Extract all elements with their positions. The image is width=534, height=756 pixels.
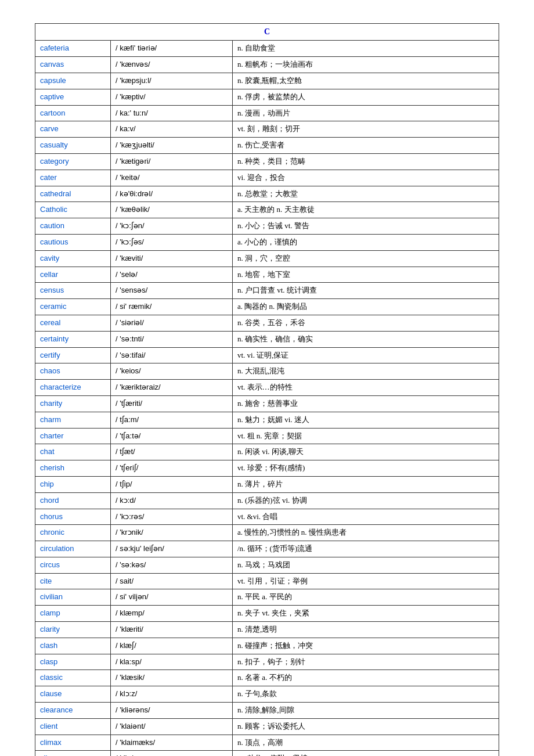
table-row: charm/ tʃa:m/n. 魅力；妩媚 vi. 迷人 (35, 412, 499, 428)
word-cell: captive (35, 89, 111, 105)
phonetic-cell: / 'selə/ (111, 267, 233, 283)
section-header: C (35, 24, 499, 41)
phonetic-cell: / 'kænvəs/ (111, 57, 233, 73)
table-row: clash/ klæʃ/n. 碰撞声；抵触，冲突 (35, 638, 499, 654)
word-cell: certify (35, 347, 111, 363)
word-cell: civilian (35, 589, 111, 606)
meaning-cell: n. 种类，类目；范畴 (233, 153, 499, 170)
table-row: charity/ 'tʃæriti/n. 施舍；慈善事业 (35, 395, 499, 412)
table-row: census/ 'sensəs/n. 户口普查 vt. 统计调查 (35, 283, 499, 299)
table-row: canvas/ 'kænvəs/n. 粗帆布；一块油画布 (35, 57, 499, 73)
meaning-cell: n. 清楚,透明 (233, 622, 499, 638)
page-container: C cafeteria/ kæfi' tiəriə/n. 自助食堂canvas/… (35, 23, 499, 756)
word-cell: client (35, 718, 111, 735)
phonetic-cell: / 'tʃa:tə/ (111, 428, 233, 444)
table-row: cafeteria/ kæfi' tiəriə/n. 自助食堂 (35, 41, 499, 57)
word-cell: cater (35, 170, 111, 186)
meaning-cell: n. 子句,条款 (233, 686, 499, 703)
phonetic-cell: / kliŋ/ (111, 751, 233, 756)
phonetic-cell: / 'sə:tifai/ (111, 347, 233, 363)
meaning-cell: n. 魅力；妩媚 vi. 迷人 (233, 412, 499, 428)
phonetic-cell: / tʃæt/ (111, 444, 233, 460)
word-cell: clasp (35, 654, 111, 670)
table-header-row: C (35, 24, 499, 41)
phonetic-cell: / 'klaiənt/ (111, 718, 233, 735)
word-cell: cite (35, 573, 111, 589)
word-cell: charity (35, 395, 111, 412)
meaning-cell: vt. 租 n. 宪章；契据 (233, 428, 499, 444)
meaning-cell: n. 平民 a. 平民的 (233, 589, 499, 606)
meaning-cell: a. 小心的，谨慎的 (233, 234, 499, 250)
word-cell: clarity (35, 622, 111, 638)
word-cell: caution (35, 218, 111, 235)
meaning-cell: n. 伤亡,受害者 (233, 138, 499, 154)
phonetic-cell: / tʃa:m/ (111, 412, 233, 428)
table-row: caution/ 'kɔ:ʃən/n. 小心；告诫 vt. 警告 (35, 218, 499, 235)
word-cell: cautious (35, 234, 111, 250)
meaning-cell: vt. 刻，雕刻；切开 (233, 121, 499, 138)
table-row: cite/ sait/vt. 引用，引证；举例 (35, 573, 499, 589)
word-cell: chat (35, 444, 111, 460)
table-row: ceramic/ si' ræmik/a. 陶器的 n. 陶瓷制品 (35, 299, 499, 315)
table-row: cautious/ 'kɔ:ʃəs/a. 小心的，谨慎的 (35, 234, 499, 250)
phonetic-cell: / 'kæriktəraiz/ (111, 380, 233, 396)
meaning-cell: n. 粗帆布；一块油画布 (233, 57, 499, 73)
table-row: cling/ kliŋ/vi. 粘住；依附；坚持 (35, 751, 499, 756)
meaning-cell: n. 马戏；马戏团 (233, 557, 499, 573)
phonetic-cell: / 'kæptiv/ (111, 89, 233, 105)
phonetic-cell: / 'kæθəlik/ (111, 202, 233, 218)
meaning-cell: n. 夹子 vt. 夹住，夹紧 (233, 606, 499, 622)
phonetic-cell: / 'kɔ:ʃəs/ (111, 234, 233, 250)
phonetic-cell: / 'tʃeriʃ/ (111, 460, 233, 477)
phonetic-cell: / klæʃ/ (111, 638, 233, 654)
table-row: Catholic/ 'kæθəlik/a. 天主教的 n. 天主教徒 (35, 202, 499, 218)
table-row: charter/ 'tʃa:tə/vt. 租 n. 宪章；契据 (35, 428, 499, 444)
phonetic-cell: / kæfi' tiəriə/ (111, 41, 233, 57)
word-cell: chronic (35, 525, 111, 541)
word-cell: cling (35, 751, 111, 756)
word-cell: cafeteria (35, 41, 111, 57)
phonetic-cell: / kə'θi:drəl/ (111, 186, 233, 202)
word-cell: cartoon (35, 105, 111, 121)
meaning-cell: a. 陶器的 n. 陶瓷制品 (233, 299, 499, 315)
meaning-cell: a. 慢性的,习惯性的 n. 慢性病患者 (233, 525, 499, 541)
table-row: carve/ ka:v/vt. 刻，雕刻；切开 (35, 121, 499, 138)
word-cell: census (35, 283, 111, 299)
meaning-cell: n. 胶囊,瓶帽,太空舱 (233, 73, 499, 89)
table-row: casualty/ 'kæʒjuəlti/n. 伤亡,受害者 (35, 138, 499, 154)
phonetic-cell: / 'kæpsju:l/ (111, 73, 233, 89)
meaning-cell: n. 总教堂；大教堂 (233, 186, 499, 202)
word-cell: chorus (35, 509, 111, 525)
meaning-cell: n. 确实性，确信，确实 (233, 331, 499, 347)
word-cell: cavity (35, 250, 111, 267)
table-row: client/ 'klaiənt/n. 顾客；诉讼委托人 (35, 718, 499, 735)
word-cell: characterize (35, 380, 111, 396)
table-row: climax/ 'klaimæks/n. 顶点，高潮 (35, 735, 499, 751)
word-cell: chord (35, 492, 111, 509)
table-row: cartoon/ ka:' tu:n/n. 漫画，动画片 (35, 105, 499, 121)
meaning-cell: n. 漫画，动画片 (233, 105, 499, 121)
meaning-cell: n. 施舍；慈善事业 (233, 395, 499, 412)
table-row: classic/ 'klæsik/n. 名著 a. 不朽的 (35, 670, 499, 686)
phonetic-cell: / 'kætigəri/ (111, 153, 233, 170)
meaning-cell: n. 洞，穴，空腔 (233, 250, 499, 267)
word-cell: clash (35, 638, 111, 654)
meaning-cell: n. 大混乱,混沌 (233, 363, 499, 380)
meaning-cell: a. 天主教的 n. 天主教徒 (233, 202, 499, 218)
table-row: certify/ 'sə:tifai/vt. vi. 证明,保证 (35, 347, 499, 363)
word-cell: circulation (35, 541, 111, 557)
table-row: civilian/ si' viljən/n. 平民 a. 平民的 (35, 589, 499, 606)
phonetic-cell: / 'kliərəns/ (111, 703, 233, 719)
meaning-cell: n. 地窖，地下室 (233, 267, 499, 283)
phonetic-cell: / ka:v/ (111, 121, 233, 138)
meaning-cell: vt. 引用，引证；举例 (233, 573, 499, 589)
phonetic-cell: / 'kæʒjuəlti/ (111, 138, 233, 154)
phonetic-cell: / tʃip/ (111, 476, 233, 492)
table-row: clarity/ 'klæriti/n. 清楚,透明 (35, 622, 499, 638)
word-cell: cathedral (35, 186, 111, 202)
table-row: cherish/ 'tʃeriʃ/vt. 珍爱；怀有(感情) (35, 460, 499, 477)
phonetic-cell: / klæmp/ (111, 606, 233, 622)
table-row: cater/ 'keitə/vi. 迎合，投合 (35, 170, 499, 186)
table-row: chronic/ 'krɔnik/a. 慢性的,习惯性的 n. 慢性病患者 (35, 525, 499, 541)
word-cell: classic (35, 670, 111, 686)
